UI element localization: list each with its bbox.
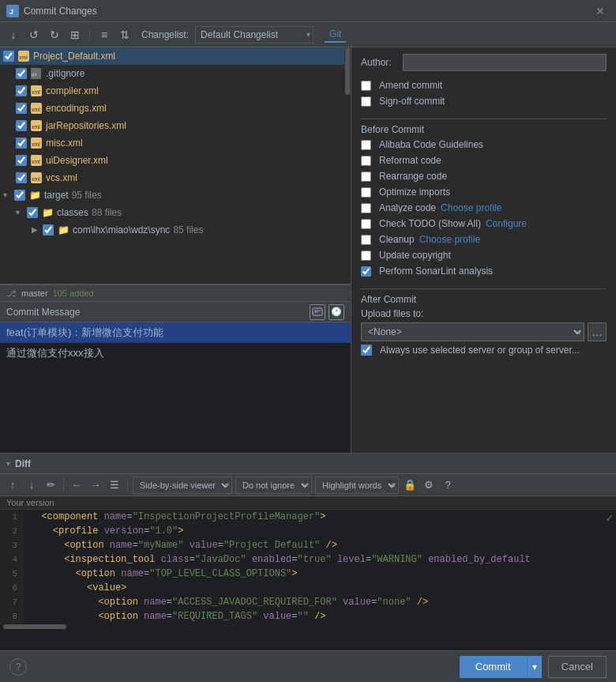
prev-file-button[interactable]: ← <box>69 477 85 493</box>
copyright-checkbox[interactable] <box>361 251 371 261</box>
checktodo-checkbox[interactable] <box>361 219 371 229</box>
folder-label: classes <box>57 207 88 218</box>
refresh-icon[interactable]: ↻ <box>46 26 63 43</box>
file-checkbox[interactable] <box>16 68 27 79</box>
file-checkbox[interactable] <box>16 85 27 96</box>
copyright-row: Update copyright <box>361 249 607 262</box>
scrollbar-thumb[interactable] <box>3 624 66 629</box>
line-content: <option name="ACCESS_JAVADOC_REQUIRED_FO… <box>24 595 428 609</box>
alibaba-row: Alibaba Code Guidelines <box>361 138 607 151</box>
file-checkbox[interactable] <box>16 120 27 131</box>
list-item[interactable]: xml misc.xml <box>0 134 344 152</box>
move-down-icon[interactable]: ↓ <box>5 26 22 43</box>
signoff-checkbox[interactable] <box>361 96 371 107</box>
upload-dropdown-wrapper[interactable]: <None> ▾ <box>361 322 584 341</box>
changelist-dropdown-wrapper[interactable]: Default Changelist ▾ <box>195 26 314 43</box>
ignore-dropdown-wrapper[interactable]: Do not ignore ▾ <box>235 477 312 494</box>
alibaba-checkbox[interactable] <box>361 140 371 150</box>
gear-icon[interactable]: ⚙ <box>421 477 437 493</box>
upload-select[interactable]: <None> <box>361 322 584 341</box>
cleanup-checkbox[interactable] <box>361 235 371 245</box>
list-item[interactable]: ▾ 📁 classes 88 files <box>0 204 344 221</box>
upload-more-button[interactable]: … <box>588 322 607 341</box>
scrollbar-thumb[interactable] <box>345 47 350 95</box>
help-icon[interactable]: ? <box>440 477 456 493</box>
file-checkbox[interactable] <box>14 190 25 201</box>
analyze-checkbox[interactable] <box>361 203 371 213</box>
settings-icon[interactable]: ☰ <box>107 477 122 493</box>
amend-commit-checkbox[interactable] <box>361 81 371 91</box>
code-line: 2 <profile version="1.0"> <box>0 524 616 538</box>
expand-icon[interactable]: ▾ <box>3 190 13 200</box>
help-button[interactable]: ? <box>9 658 27 676</box>
commit-button[interactable]: Commit <box>460 656 527 678</box>
scrollbar[interactable] <box>344 47 351 284</box>
list-item[interactable]: xml encodings.xml <box>0 100 344 117</box>
reformat-checkbox[interactable] <box>361 156 371 166</box>
cleanup-label: Cleanup <box>379 234 415 245</box>
author-input[interactable] <box>403 54 607 71</box>
svg-text:xml: xml <box>32 141 40 147</box>
commit-first-line[interactable]: feat(订单模块)：新增微信支付功能 <box>0 322 351 343</box>
viewer-dropdown-wrapper[interactable]: Side-by-side viewer ▾ <box>133 477 232 494</box>
highlight-dropdown-wrapper[interactable]: Highlight words ▾ <box>315 477 399 494</box>
next-change-button[interactable]: ↓ <box>24 477 39 493</box>
sonar-row: Perform SonarLint analysis <box>361 265 607 277</box>
line-number: 5 <box>0 567 24 581</box>
file-checkbox[interactable] <box>16 138 27 149</box>
highlight-select[interactable]: Highlight words <box>315 477 399 494</box>
ignore-select[interactable]: Do not ignore <box>235 477 312 494</box>
file-label: vcs.xml <box>46 172 77 183</box>
rearrange-checkbox[interactable] <box>361 171 371 182</box>
list-item[interactable]: ▶ 📁 com\lhx\miao\wdz\sync 85 files <box>0 221 344 239</box>
file-checkbox[interactable] <box>43 224 54 235</box>
ai-rewrite-button[interactable] <box>310 304 325 320</box>
optimize-checkbox[interactable] <box>361 187 371 198</box>
list-item[interactable]: git .gitignore <box>0 65 344 82</box>
analyze-choose-profile-link[interactable]: Choose profile <box>441 202 501 213</box>
sonar-checkbox[interactable] <box>361 266 371 277</box>
file-checkbox[interactable] <box>16 172 27 183</box>
list-item[interactable]: xml Project_Default.xml <box>0 47 344 65</box>
always-use-checkbox[interactable] <box>361 345 372 356</box>
sort-icon[interactable]: ≡ <box>96 26 113 43</box>
list-item[interactable]: ▾ 📁 target 95 files <box>0 187 344 204</box>
separator <box>89 28 90 42</box>
list-item[interactable]: xml jarRepositories.xml <box>0 117 344 134</box>
diff-expand-icon[interactable]: ▾ <box>6 459 10 468</box>
expand-icon[interactable]: ▾ <box>16 208 25 217</box>
checktodo-configure-link[interactable]: Configure <box>486 218 527 229</box>
prev-change-button[interactable]: ↑ <box>5 477 21 493</box>
cleanup-choose-profile-link[interactable]: Choose profile <box>419 234 480 245</box>
lock-icon[interactable]: 🔒 <box>402 477 418 493</box>
file-checkbox[interactable] <box>16 103 27 114</box>
commit-body[interactable]: 通过微信支付xxx接入 <box>6 346 344 360</box>
next-file-button[interactable]: → <box>88 477 103 493</box>
expand-icon[interactable]: ⇅ <box>116 26 133 43</box>
expand-icon[interactable]: ▶ <box>32 225 41 235</box>
file-checkbox[interactable] <box>27 207 38 218</box>
list-item[interactable]: xml compiler.xml <box>0 82 344 100</box>
undo-icon[interactable]: ↺ <box>25 26 43 43</box>
diff-title: Diff <box>15 458 31 469</box>
xml-icon: xml <box>30 102 43 115</box>
commit-dropdown-button[interactable]: ▾ <box>527 656 542 678</box>
file-label: .gitignore <box>46 68 85 79</box>
viewer-select[interactable]: Side-by-side viewer <box>133 477 232 494</box>
svg-text:xml: xml <box>32 176 40 182</box>
edit-button[interactable]: ✏ <box>43 477 58 493</box>
folder-icon: 📁 <box>28 189 41 202</box>
separator <box>63 479 64 492</box>
history-button[interactable]: 🕐 <box>329 304 344 320</box>
file-checkbox[interactable] <box>16 155 27 166</box>
changelist-select[interactable]: Default Changelist <box>195 26 314 43</box>
list-item[interactable]: xml vcs.xml <box>0 169 344 187</box>
list-item[interactable]: xml uiDesigner.xml <box>0 152 344 169</box>
file-checkbox[interactable] <box>3 51 14 62</box>
horizontal-scrollbar[interactable] <box>0 624 616 631</box>
group-icon[interactable]: ⊞ <box>66 26 84 43</box>
commit-message-icons: 🕐 <box>310 304 344 320</box>
cancel-button[interactable]: Cancel <box>548 656 607 678</box>
close-button[interactable]: ✕ <box>591 3 610 19</box>
git-tab[interactable]: Git <box>325 27 346 43</box>
